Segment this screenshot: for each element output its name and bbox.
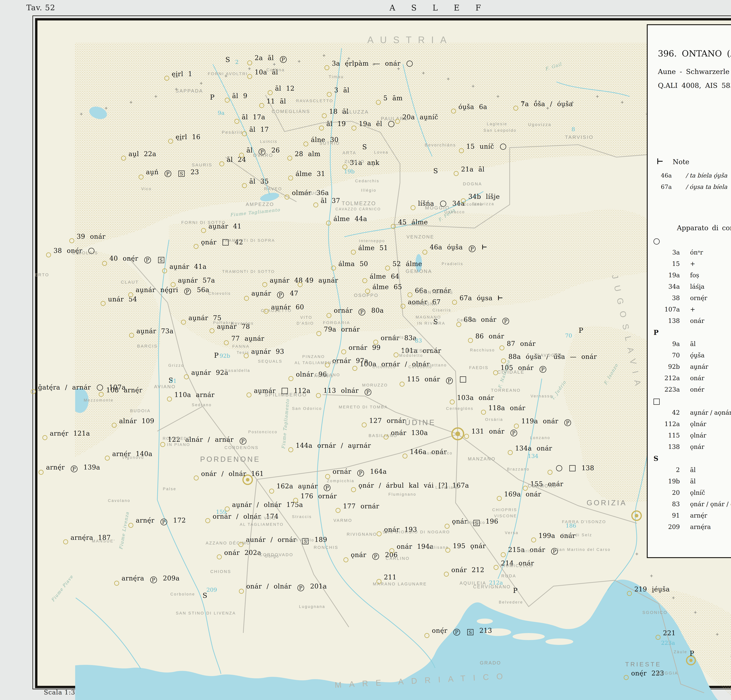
legend-entry: 70ǫ́ṷša: [653, 352, 731, 359]
note-title: Note: [673, 158, 689, 166]
place-name: Brazzano: [507, 467, 530, 471]
place-name: Ugovizza: [528, 122, 551, 127]
survey-point-circle: [239, 589, 244, 594]
place-name: PINZANO: [302, 354, 325, 359]
survey-point-circle: [244, 353, 249, 358]
circled-p-symbol: P: [280, 56, 286, 63]
map-label: 131 onár P: [471, 427, 518, 436]
legend-point-number: 20: [653, 489, 680, 496]
legend-entry: 19afoṣ: [653, 271, 731, 279]
survey-point-circle: [210, 328, 214, 333]
place-name: San Leopoldo: [483, 128, 517, 133]
map-label: 86 onár: [475, 332, 504, 340]
boxed-s-symbol: S: [467, 629, 473, 635]
map-label: aṷnár 57a: [178, 277, 215, 284]
circled-p-symbol: P: [297, 584, 304, 591]
legend-point-number: 38: [653, 294, 680, 302]
map-label: unár 54: [108, 295, 137, 303]
survey-point-circle: [224, 340, 229, 345]
survey-point-circle: [326, 313, 332, 318]
map-label: 219 i̯éṷša: [634, 586, 670, 593]
survey-point-circle: [112, 423, 117, 428]
place-name: FARRA D'ISONZO: [562, 519, 606, 524]
place-name: TRICESIMO: [402, 348, 434, 354]
place-name: CARLINO: [386, 556, 410, 561]
map-label: 77 aṷnár: [231, 335, 264, 342]
circled-p-symbol: P: [372, 553, 379, 560]
circled-p-symbol: P: [454, 629, 460, 635]
place-name: COMEGLIÁNS: [272, 109, 310, 114]
place-name: Lumignacco: [424, 451, 453, 455]
map-subtitle: Aune - Schwarzerle - Črna Jelša: [658, 68, 731, 76]
survey-point-circle: [194, 244, 198, 249]
map-label: 45 álme: [398, 219, 428, 226]
place-name: PAULARO: [381, 116, 409, 122]
note-text: / ta bíela ǫ́ṷša: [685, 172, 727, 179]
map-label: aṷnár 92a: [191, 369, 228, 376]
square-symbol: [460, 376, 466, 383]
place-name: Laglesie: [487, 122, 508, 126]
place-name: MUGGIA: [656, 671, 678, 676]
survey-point-circle: [391, 224, 396, 229]
map-label: 21a āl: [461, 166, 484, 173]
legend-form: ónᵃr: [690, 249, 703, 256]
legend-form: +: [690, 260, 695, 267]
survey-point-circle: [464, 434, 469, 439]
legend-form: ǫnár / ǫnár / ǫrnár: [690, 500, 731, 508]
survey-point-circle: [327, 92, 332, 97]
survey-point-circle: [262, 282, 267, 287]
map-label: āl 17a: [242, 113, 265, 121]
place-name: CLAUT: [121, 280, 139, 285]
map-label: āl 19: [326, 120, 346, 128]
circled-p-symbol: P: [365, 389, 371, 396]
questionnaire-ref: Q.ALI 4008, AIS 583: [658, 81, 731, 90]
survey-point-circle: [201, 228, 206, 233]
map-label: 110a arnár: [174, 391, 214, 398]
place-name: SGONICO: [642, 610, 668, 615]
legend-form: foṣ: [690, 271, 699, 279]
place-name: ROVEREDO: [163, 436, 191, 441]
survey-point-circle: [656, 635, 661, 640]
place-name: Straccis: [292, 515, 312, 519]
place-name: AVIANO: [154, 384, 176, 389]
survey-point-circle: [365, 289, 370, 294]
place-name: OVARO: [253, 153, 273, 158]
map-label: 162a aṷnár P: [276, 482, 332, 491]
map-label: aṷnár 41a: [169, 263, 207, 270]
survey-point-circle: [459, 148, 464, 153]
survey-point-circle: [316, 393, 321, 398]
legend-point-number: 19a: [653, 271, 680, 279]
map-label: álme 65: [372, 283, 402, 291]
legend-point-number: 9a: [653, 340, 680, 348]
place-name: VISCONE: [494, 514, 517, 518]
map-label: aṷnár 48: [270, 277, 303, 284]
place-name: VENZONE: [407, 234, 434, 239]
survey-point-circle: [342, 164, 347, 169]
map-label: arnę́r 121a: [50, 430, 90, 437]
survey-point-circle: [444, 572, 449, 577]
map-label: S: [362, 143, 367, 151]
map-label: 5 ām: [383, 94, 403, 102]
map-label: āl 12: [275, 85, 294, 92]
place-name: CAVAZZO CÁRNICO: [335, 207, 381, 211]
survey-point-circle: [285, 195, 289, 200]
place-name: LAUCO: [304, 191, 323, 196]
map-label: ęi̯rl 16: [176, 133, 200, 141]
survey-point-circle: [99, 392, 104, 397]
survey-point-circle: [341, 349, 346, 354]
place-name: COSEANO: [315, 373, 340, 377]
survey-point-circle: [121, 156, 126, 161]
circled-p-symbol: P: [144, 257, 151, 263]
place-name: GORIZIA: [587, 499, 627, 507]
legend-point-number: 42: [653, 409, 680, 416]
survey-point-circle: [139, 175, 144, 179]
survey-point-circle: [325, 474, 330, 479]
map-label: 3a ę́rlpàm — onár: [332, 60, 414, 67]
legend-entry: 138onár: [653, 317, 731, 324]
survey-point-circle: [325, 362, 330, 367]
legend-entry: 209arnę́ra: [653, 523, 731, 530]
map-label: āl 9: [232, 92, 247, 100]
survey-point-circle: [102, 261, 107, 266]
survey-point-circle: [164, 76, 169, 81]
survey-point-circle: [128, 292, 133, 297]
